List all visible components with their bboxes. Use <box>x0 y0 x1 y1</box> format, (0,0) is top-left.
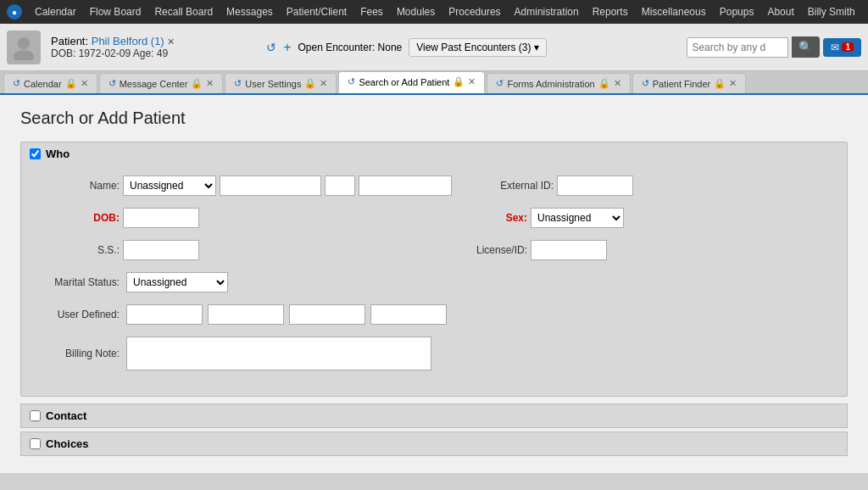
search-bar-area: 🔍 ✉ 1 <box>687 36 861 58</box>
tab-message-center[interactable]: ↺ Message Center 🔒 ✕ <box>99 73 224 93</box>
license-input[interactable] <box>531 240 607 260</box>
name-inputs: Unassigned Mr. Mrs. Ms. Dr. <box>123 175 452 196</box>
tab-user-settings[interactable]: ↺ User Settings 🔒 ✕ <box>225 73 337 93</box>
tab-forms-admin-label: Forms Administration <box>507 79 594 89</box>
ss-input[interactable] <box>123 240 199 260</box>
nav-fees[interactable]: Fees <box>354 4 389 19</box>
choices-section: Choices <box>20 432 848 456</box>
who-checkbox[interactable] <box>30 148 41 159</box>
age-label: Age: <box>133 47 154 59</box>
nav-messages[interactable]: Messages <box>220 4 279 19</box>
tab-calendar-close[interactable]: ✕ <box>81 78 88 89</box>
user-defined-inputs <box>126 304 447 325</box>
svg-point-0 <box>18 37 30 49</box>
patient-age: 49 <box>157 47 168 59</box>
nav-modules[interactable]: Modules <box>391 4 441 19</box>
page-content: Search or Add Patient Who Name: Unassign… <box>0 95 868 473</box>
name-col-left: Name: Unassigned Mr. Mrs. Ms. Dr. <box>35 175 452 196</box>
nav-reports[interactable]: Reports <box>587 4 634 19</box>
tab-lock-icon-5: 🔒 <box>598 78 610 89</box>
name-first-input[interactable] <box>220 175 321 196</box>
tab-lock-icon-3: 🔒 <box>304 78 316 89</box>
patient-name-link[interactable]: Phil Belford (1) <box>92 35 164 47</box>
tab-search-patient-close[interactable]: ✕ <box>468 76 476 87</box>
search-button[interactable]: 🔍 <box>792 36 820 58</box>
patient-remove[interactable]: ✕ <box>167 36 175 47</box>
name-mi-input[interactable] <box>325 175 355 196</box>
contact-label: Contact <box>46 409 86 422</box>
tab-patient-finder-close[interactable]: ✕ <box>729 78 737 89</box>
nav-calendar[interactable]: Calendar <box>29 4 82 19</box>
patient-bar: Patient: Phil Belford (1) ✕ DOB: 1972-02… <box>0 24 868 71</box>
app-logo: ● <box>7 4 22 19</box>
nav-miscellaneous[interactable]: Miscellaneous <box>636 4 712 19</box>
dob-input[interactable] <box>123 208 199 228</box>
tab-lock-icon-4: 🔒 <box>453 76 465 87</box>
contact-checkbox[interactable] <box>30 410 41 421</box>
dob-col: DOB: <box>35 208 426 228</box>
billing-note-textarea[interactable] <box>126 337 431 370</box>
contact-section: Contact <box>20 404 848 428</box>
who-label: Who <box>46 148 70 160</box>
encounter-add-icon[interactable]: + <box>283 40 291 55</box>
nav-user[interactable]: Billy Smith <box>802 4 861 19</box>
tab-refresh-icon-2: ↺ <box>108 78 116 89</box>
tab-forms-admin[interactable]: ↺ Forms Administration 🔒 ✕ <box>487 73 630 93</box>
tab-search-patient-label: Search or Add Patient <box>359 77 449 87</box>
nav-administration[interactable]: Administration <box>509 4 585 19</box>
tab-refresh-icon-5: ↺ <box>496 78 504 89</box>
dob-label: DOB: <box>51 47 75 59</box>
tab-refresh-icon-6: ↺ <box>642 78 649 89</box>
choices-checkbox[interactable] <box>30 438 41 449</box>
name-prefix-select[interactable]: Unassigned Mr. Mrs. Ms. Dr. <box>123 175 216 196</box>
patient-info: Patient: Phil Belford (1) ✕ DOB: 1972-02… <box>51 35 256 59</box>
marital-row: Marital Status: Unassigned Single Marrie… <box>35 272 833 292</box>
tab-calendar-label: Calendar <box>24 79 62 89</box>
user-defined-3[interactable] <box>289 304 365 325</box>
search-input[interactable] <box>687 37 788 58</box>
who-section: Who Name: Unassigned Mr. Mrs. Ms. Dr. <box>20 142 848 397</box>
encounter-refresh-icon[interactable]: ↺ <box>266 41 276 54</box>
nav-about[interactable]: About <box>761 4 799 19</box>
tab-message-center-close[interactable]: ✕ <box>206 78 214 89</box>
nav-procedures[interactable]: Procedures <box>442 4 506 19</box>
patient-dob: 1972-02-09 <box>79 47 131 59</box>
user-defined-row: User Defined: <box>35 304 833 325</box>
mail-badge: 1 <box>842 42 854 52</box>
user-defined-2[interactable] <box>208 304 284 325</box>
view-past-encounters-button[interactable]: View Past Encounters (3) ▾ <box>409 38 547 57</box>
nav-recall-board[interactable]: Recall Board <box>148 4 219 19</box>
tab-user-settings-close[interactable]: ✕ <box>320 78 327 89</box>
user-defined-4[interactable] <box>370 304 447 325</box>
tab-search-patient[interactable]: ↺ Search or Add Patient 🔒 ✕ <box>338 71 485 93</box>
choices-section-header: Choices <box>21 432 847 455</box>
page-title: Search or Add Patient <box>20 109 848 128</box>
mail-button[interactable]: ✉ 1 <box>823 38 861 57</box>
encounter-label: Open Encounter: None <box>298 42 402 53</box>
tab-patient-finder-label: Patient Finder <box>653 79 710 89</box>
mail-icon: ✉ <box>831 42 839 53</box>
tab-patient-finder[interactable]: ↺ Patient Finder 🔒 ✕ <box>632 73 746 93</box>
patient-avatar <box>7 31 41 64</box>
license-label: License/ID: <box>442 244 527 256</box>
dob-label: DOB: <box>35 212 120 224</box>
tab-lock-icon-6: 🔒 <box>714 78 726 89</box>
user-defined-1[interactable] <box>126 304 203 325</box>
patient-label: Patient: <box>51 35 88 47</box>
sex-select[interactable]: Unassigned Male Female Other <box>531 208 624 228</box>
nav-flow-board[interactable]: Flow Board <box>84 4 147 19</box>
user-defined-label: User Defined: <box>35 309 120 320</box>
tab-lock-icon-2: 🔒 <box>191 78 203 89</box>
who-section-body: Name: Unassigned Mr. Mrs. Ms. Dr. <box>21 165 847 396</box>
tab-calendar[interactable]: ↺ Calendar 🔒 ✕ <box>3 73 97 93</box>
who-section-header: Who <box>21 142 847 165</box>
tab-refresh-icon-4: ↺ <box>348 76 355 87</box>
tab-refresh-icon: ↺ <box>13 78 20 89</box>
contact-section-header: Contact <box>21 404 847 427</box>
marital-select[interactable]: Unassigned Single Married Divorced Widow… <box>126 272 228 292</box>
tab-forms-admin-close[interactable]: ✕ <box>614 78 621 89</box>
name-last-input[interactable] <box>359 175 452 196</box>
external-id-input[interactable] <box>557 175 633 196</box>
nav-patient-client[interactable]: Patient/Client <box>281 4 353 19</box>
nav-popups[interactable]: Popups <box>714 4 760 19</box>
